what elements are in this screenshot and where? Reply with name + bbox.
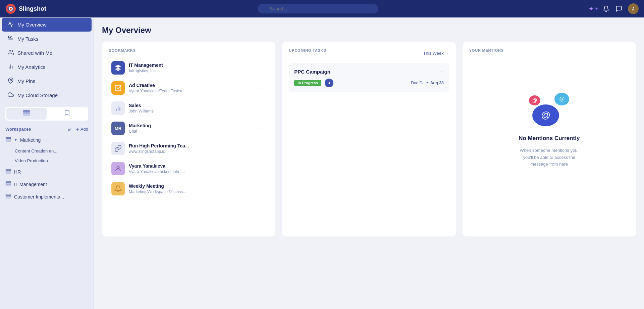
shared-with-me-icon (7, 49, 14, 56)
bookmark-more-it-management[interactable]: ⋯ (256, 63, 266, 72)
bookmark-name-run-high: Run High Performing Tea... (129, 143, 252, 148)
bookmark-item-vyara-yanakieva[interactable]: Vyara Yanakieva Vyara Yanakieva asked Jo… (109, 159, 269, 179)
workspace-name-marketing: Marketing (20, 137, 80, 143)
bookmark-info-run-high: Run High Performing Tea... www.slingshot… (129, 143, 252, 154)
workspace-actions: Add (68, 127, 88, 132)
ai-assistant-icon[interactable]: ✦✦ (590, 5, 597, 12)
sidebar-item-my-tasks[interactable]: My Tasks (2, 32, 92, 46)
workspaces-header: Workspaces Add (0, 123, 94, 134)
svg-rect-26 (6, 172, 11, 173)
notifications-icon[interactable] (602, 5, 610, 12)
topnav-actions: ✦✦ J (590, 3, 639, 14)
bookmark-more-sales[interactable]: ⋯ (256, 104, 266, 113)
tab-bookmarks[interactable] (47, 108, 88, 120)
bookmark-sub-marketing-chat: Chat (129, 129, 196, 134)
bookmark-more-ad-creative[interactable]: ⋯ (256, 84, 266, 92)
mentions-empty-title: No Mentions Currently (519, 135, 580, 142)
chat-icon[interactable] (615, 5, 623, 12)
workspace-icon-hr (5, 168, 11, 175)
tasks-list: PPC Campaign ⋯ In Progress J Due Date: A… (289, 63, 449, 92)
bookmark-name-ad-creative: Ad Creative (129, 83, 252, 88)
bookmark-icon-ad-creative (111, 81, 125, 95)
bookmark-more-weekly-meeting[interactable]: ⋯ (256, 184, 266, 193)
task-due-date: Due Date: Aug 28 (411, 81, 443, 85)
svg-rect-30 (6, 194, 11, 195)
sort-workspaces-button[interactable] (68, 127, 72, 132)
mentions-empty-desc: When someone mentions you,you'll be able… (520, 147, 579, 168)
sidebar-label-my-analytics: My Analytics (17, 64, 45, 70)
add-workspace-button[interactable]: Add (75, 127, 88, 132)
sidebar-item-my-overview[interactable]: My Overview (2, 18, 92, 32)
upcoming-tasks-title: UPCOMING TASKS (289, 48, 326, 52)
bookmark-item-ad-creative[interactable]: Ad Creative Vyara Yanakieva/Team Tasks/.… (109, 78, 269, 98)
svg-rect-23 (6, 140, 11, 141)
svg-rect-27 (6, 182, 11, 183)
task-more[interactable]: ⋯ (438, 68, 444, 75)
workspace-icon-marketing (5, 136, 11, 143)
page-title: My Overview (102, 26, 636, 35)
bookmark-item-marketing-chat[interactable]: MR Marketing Chat ⋯ (109, 118, 269, 138)
app-body: My OverviewMy TasksShared with MeMy Anal… (0, 17, 644, 309)
sidebar-item-my-cloud-storage[interactable]: My Cloud Storage (2, 88, 92, 102)
bookmark-item-run-high[interactable]: Run High Performing Tea... www.slingshot… (109, 138, 269, 159)
bookmark-name-marketing-chat: Marketing (129, 123, 252, 128)
sidebar-item-shared-with-me[interactable]: Shared with Me (2, 46, 92, 60)
sidebar-label-my-pins: My Pins (17, 78, 35, 84)
bookmark-item-weekly-meeting[interactable]: Weekly Meeting Marketing/Workspace Discu… (109, 179, 269, 199)
tab-workspaces[interactable] (6, 108, 47, 120)
logo[interactable]: Slingshot (5, 3, 46, 14)
search-input[interactable] (258, 4, 378, 13)
sidebar-label-my-overview: My Overview (17, 22, 47, 28)
bubble-blue: @ (554, 93, 569, 105)
bookmark-name-vyara-yanakieva: Vyara Yanakieva (129, 163, 252, 169)
sidebar-item-my-analytics[interactable]: My Analytics (2, 60, 92, 74)
bookmark-more-marketing-chat[interactable]: ⋯ (256, 124, 266, 133)
slingshot-logo-icon (5, 3, 16, 14)
workspace-item-marketing[interactable]: ▼ Marketing ⋯ (0, 134, 94, 146)
bookmark-name-it-management: IT Management (129, 62, 252, 68)
svg-rect-25 (6, 171, 11, 172)
chevron-down-icon (445, 51, 449, 55)
svg-rect-21 (6, 137, 11, 138)
svg-rect-29 (6, 185, 11, 186)
bubble-main: @ (532, 104, 559, 126)
svg-rect-13 (23, 111, 29, 112)
bookmark-name-sales: Sales (129, 103, 252, 108)
my-analytics-icon (7, 63, 14, 71)
bookmark-item-sales[interactable]: Sales John Williams ⋯ (109, 98, 269, 118)
bookmark-info-sales: Sales John Williams (129, 103, 252, 114)
sub-item-video-production[interactable]: Video Production ⋯ (0, 156, 94, 166)
svg-rect-28 (6, 183, 11, 184)
svg-rect-32 (6, 197, 11, 198)
avatar[interactable]: J (628, 3, 639, 14)
bookmark-icon-weekly-meeting (111, 182, 125, 195)
workspace-tabs (5, 107, 88, 121)
sub-item-content-creation[interactable]: Content Creation an... ⋯ (0, 146, 94, 156)
bookmark-more-vyara-yanakieva[interactable]: ⋯ (256, 164, 266, 173)
workspace-item-customer-impl[interactable]: Customer Implementa... ⋯ (0, 190, 94, 203)
workspace-item-hr[interactable]: HR ⋯ (0, 166, 94, 178)
svg-rect-31 (6, 196, 11, 197)
svg-point-8 (9, 50, 11, 52)
workspace-name-customer-impl: Customer Implementa... (14, 194, 80, 200)
bookmark-more-run-high[interactable]: ⋯ (256, 144, 266, 153)
mentions-illustration: @ @ @ (529, 93, 569, 126)
sidebar-divider (0, 104, 94, 104)
mentions-title: YOUR MENTIONS (469, 48, 629, 52)
bookmark-item-it-management[interactable]: IT Management Infragistics, Inc ⋯ (109, 58, 269, 78)
status-badge: In Progress (294, 80, 321, 86)
bookmark-icon-sales (111, 101, 125, 115)
sub-item-name-content-creation: Content Creation an... (15, 148, 84, 153)
bookmarks-panel: BOOKMARKS IT Management Infragistics, In… (102, 42, 275, 236)
bookmark-info-ad-creative: Ad Creative Vyara Yanakieva/Team Tasks/.… (129, 83, 252, 93)
task-header-row: UPCOMING TASKS This Week (289, 48, 449, 58)
workspace-item-it-management[interactable]: IT Management ⋯ (0, 178, 94, 190)
svg-point-12 (10, 79, 12, 81)
workspace-name-it-management: IT Management (14, 182, 80, 187)
sidebar-item-my-pins[interactable]: My Pins (2, 74, 92, 88)
overview-grid: BOOKMARKS IT Management Infragistics, In… (102, 42, 636, 236)
my-pins-icon (7, 78, 14, 85)
sidebar-nav: My OverviewMy TasksShared with MeMy Anal… (0, 17, 94, 102)
task-card-ppc-campaign[interactable]: PPC Campaign ⋯ In Progress J Due Date: A… (289, 63, 449, 92)
task-filter-dropdown[interactable]: This Week (423, 51, 449, 56)
